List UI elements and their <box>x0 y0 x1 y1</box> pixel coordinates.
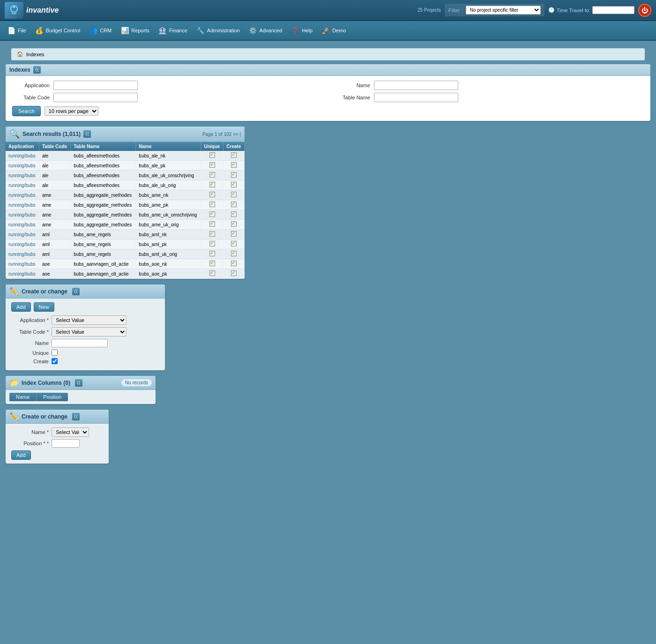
application-link[interactable]: running/bubs <box>8 222 36 227</box>
nav-item-advanced[interactable]: ⚙️ Advanced <box>245 24 286 37</box>
create-checkbox[interactable] <box>231 182 237 187</box>
last-page-link[interactable]: | <box>239 132 241 137</box>
bottom-create-collapse-btn[interactable]: ⟨⟨ <box>72 413 80 420</box>
unique-checkbox[interactable] <box>209 241 215 247</box>
bottom-add-button[interactable]: Add <box>11 450 31 460</box>
cell-table-name: bubs_afleesmethodes <box>71 151 136 161</box>
application-link[interactable]: running/bubs <box>8 232 36 237</box>
unique-checkbox[interactable] <box>209 251 215 256</box>
application-link[interactable]: running/bubs <box>8 212 36 217</box>
application-link[interactable]: running/bubs <box>8 202 36 208</box>
application-link[interactable]: running/bubs <box>8 252 36 257</box>
cell-create <box>224 180 245 190</box>
unique-checkbox[interactable] <box>209 270 215 276</box>
col-position-btn[interactable]: Position <box>37 393 68 401</box>
search-button[interactable]: Search <box>12 106 41 116</box>
nav-label-budget: Budget Control <box>46 28 80 33</box>
create-checkbox[interactable] <box>231 270 237 276</box>
create-checkbox[interactable] <box>231 231 237 237</box>
bottom-position-input[interactable] <box>52 439 80 448</box>
power-button[interactable]: ⏻ <box>638 4 651 17</box>
nav-item-file[interactable]: 📄 File <box>3 24 30 37</box>
unique-checkbox[interactable] <box>209 261 215 266</box>
unique-checkbox[interactable] <box>209 162 215 168</box>
create-checkbox[interactable] <box>231 172 237 178</box>
bottom-name-select[interactable]: Select Value <box>52 427 89 437</box>
unique-checkbox[interactable] <box>209 221 215 227</box>
create-checkbox[interactable] <box>231 221 237 227</box>
breadcrumb-text: Indexes <box>26 52 45 57</box>
application-link[interactable]: running/bubs <box>8 173 36 178</box>
finance-icon: 🏦 <box>158 26 167 35</box>
name-input[interactable] <box>374 81 458 90</box>
application-link[interactable]: running/bubs <box>8 271 36 277</box>
time-travel-input[interactable] <box>592 6 634 14</box>
application-link[interactable]: running/bubs <box>8 153 36 158</box>
col-table-code[interactable]: Table Code <box>39 142 70 151</box>
unique-checkbox[interactable] <box>209 231 215 237</box>
create-checkbox[interactable] <box>231 202 237 207</box>
nav-item-demo[interactable]: 🚀 Demo <box>317 24 350 37</box>
next-page-link[interactable]: >> <box>233 132 239 137</box>
nav-item-administration[interactable]: 🔧 Administration <box>192 24 244 37</box>
application-link[interactable]: running/bubs <box>8 242 36 247</box>
create-checkbox[interactable] <box>231 261 237 266</box>
cell-application: running/bubs <box>6 210 39 220</box>
cell-table-code: ale <box>39 151 70 161</box>
cell-application: running/bubs <box>6 230 39 240</box>
cell-application: running/bubs <box>6 220 39 230</box>
col-name[interactable]: Name <box>136 142 201 151</box>
nav-item-reports[interactable]: 📊 Reports <box>116 24 153 37</box>
col-create[interactable]: Create <box>224 142 245 151</box>
application-link[interactable]: running/bubs <box>8 183 36 188</box>
col-table-name[interactable]: Table Name <box>71 142 136 151</box>
application-input[interactable] <box>53 81 138 90</box>
add-button[interactable]: Add <box>11 302 31 312</box>
cell-unique <box>201 200 224 210</box>
create-checkbox[interactable] <box>231 251 237 256</box>
nav-item-budget-control[interactable]: 💰 Budget Control <box>31 24 84 37</box>
create-checkbox[interactable] <box>231 241 237 247</box>
nav-item-finance[interactable]: 🏦 Finance <box>154 24 191 37</box>
create-application-select[interactable]: Select Value <box>52 315 127 325</box>
cell-table-name: bubs_afleesmethodes <box>71 180 136 190</box>
create-create-checkbox[interactable] <box>52 358 58 364</box>
application-link[interactable]: running/bubs <box>8 163 36 168</box>
nav-item-crm[interactable]: 👥 CRM <box>85 24 115 37</box>
new-button[interactable]: New <box>34 302 54 312</box>
create-checkbox[interactable] <box>231 162 237 168</box>
unique-checkbox[interactable] <box>209 192 215 197</box>
col-name-btn[interactable]: Name <box>9 393 37 401</box>
unique-checkbox[interactable] <box>209 211 215 217</box>
table-name-input[interactable] <box>374 93 458 102</box>
application-link[interactable]: running/bubs <box>8 262 36 267</box>
index-col-collapse-btn[interactable]: ⟨⟨ <box>75 379 82 387</box>
unique-checkbox[interactable] <box>209 152 215 158</box>
time-travel-area: 🕐 Time Travel to: <box>548 6 634 14</box>
search-collapse-btn[interactable]: ⟨⟨ <box>33 66 41 74</box>
unique-checkbox[interactable] <box>209 172 215 178</box>
unique-checkbox[interactable] <box>209 182 215 187</box>
create-checkbox[interactable] <box>231 211 237 217</box>
application-link[interactable]: running/bubs <box>8 193 36 198</box>
unique-checkbox[interactable] <box>209 202 215 207</box>
create-unique-checkbox[interactable] <box>52 350 58 356</box>
create-name-input[interactable] <box>52 339 108 347</box>
cell-table-name: bubs_ame_regels <box>71 240 136 249</box>
rows-per-page-select[interactable]: 10 rows per page <box>45 106 98 116</box>
cell-application: running/bubs <box>6 190 39 200</box>
home-icon[interactable]: 🏠 <box>17 51 23 57</box>
create-checkbox[interactable] <box>231 192 237 197</box>
filter-select[interactable]: No project specific filter <box>466 6 541 15</box>
cell-name: bubs_ame_pk <box>136 200 201 210</box>
table-header-row: Application Table Code Table Name Name U… <box>6 142 245 151</box>
create-checkbox[interactable] <box>231 152 237 158</box>
nav-item-help[interactable]: ❓ Help <box>287 24 317 37</box>
cell-name: bubs_ame_uk_omschrijving <box>136 210 201 220</box>
create-table-code-select[interactable]: Select Value <box>52 327 127 337</box>
create-collapse-btn[interactable]: ⟨⟨ <box>72 288 80 295</box>
table-code-input[interactable] <box>53 93 138 102</box>
results-collapse-btn[interactable]: ⟨⟨ <box>83 130 91 138</box>
col-unique[interactable]: Unique <box>201 142 224 151</box>
col-application[interactable]: Application <box>6 142 39 151</box>
